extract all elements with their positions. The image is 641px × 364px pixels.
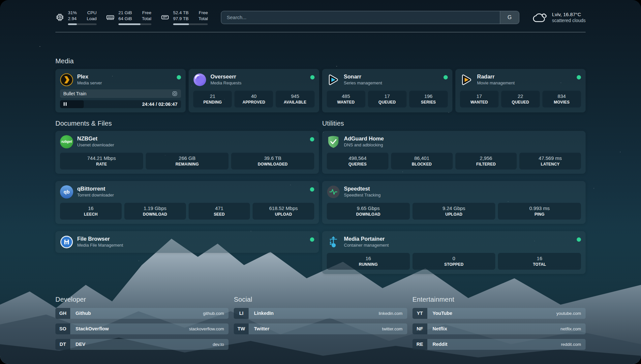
bookmark-reddit[interactable]: RE Reddit reddit.com — [412, 339, 586, 350]
header-divider — [55, 32, 586, 32]
memory-widget: 21 GiB 64 GiB Free Total — [106, 10, 151, 25]
stat-label: AVAILABLE — [277, 100, 313, 105]
section-title-media: Media — [55, 57, 586, 65]
stat-tile: 9.65 Gbps DOWNLOAD — [327, 203, 410, 220]
plex-card-header[interactable]: Plex Media server — [60, 73, 181, 86]
stat-label: DOWNLOAD — [328, 212, 409, 217]
resource-widgets: 31% 2.94 CPU Load — [55, 10, 208, 25]
stat-tile: 39.6 TB DOWNLOADED — [231, 153, 314, 169]
bookmark-netflix[interactable]: NF Netflix netflix.com — [412, 323, 586, 334]
service-title: AdGuard Home — [344, 136, 384, 142]
stat-tile: 16 TOTAL — [498, 253, 581, 270]
memory-total-label: Total — [142, 16, 151, 22]
bookmark-name: Reddit — [433, 342, 447, 347]
stat-tile: 2,956 FILTERED — [455, 153, 517, 169]
bookmark-twitter[interactable]: TW Twitter twitter.com — [234, 323, 407, 334]
stat-tile: 9.24 Gbps UPLOAD — [412, 203, 496, 220]
dashboard-screen: 31% 2.94 CPU Load — [0, 0, 641, 364]
status-dot — [310, 237, 314, 242]
bookmark-abbr: LI — [234, 308, 249, 319]
stat-label: SERIES — [411, 100, 446, 105]
qbittorrent-card-header[interactable]: qb qBittorrent Torrent downloader — [60, 185, 314, 198]
memory-free-value: 21 GiB — [118, 10, 132, 16]
bookmark-abbr: RE — [412, 339, 427, 350]
status-dot — [310, 187, 314, 192]
bookmark-github[interactable]: GH Github github.com — [55, 308, 229, 319]
status-dot — [443, 75, 448, 79]
portainer-card: Media Portainer Container management 16 … — [322, 231, 586, 274]
stat-label: APPROVED — [236, 100, 272, 105]
stat-label: WANTED — [328, 100, 364, 105]
status-dot — [577, 237, 581, 242]
bookmark-url: linkedin.com — [379, 311, 402, 316]
stat-label: QUEUED — [503, 100, 538, 105]
radarr-icon — [460, 73, 473, 86]
stat-label: WANTED — [461, 100, 497, 105]
radarr-card-header[interactable]: Radarr Movie management — [460, 73, 581, 86]
bookmark-url: github.com — [203, 311, 224, 316]
sonarr-card-header[interactable]: Sonarr Series management — [327, 73, 448, 86]
cpu-load-label: Load — [87, 16, 97, 22]
media-card-grid: Plex Media server Bullet Train — [55, 69, 586, 112]
bookmark-name: Netflix — [433, 326, 447, 331]
cpu-widget: 31% 2.94 CPU Load — [55, 10, 97, 25]
search-input[interactable] — [221, 11, 500, 24]
sonarr-icon — [327, 73, 340, 86]
disk-total-value: 97.9 TB — [173, 16, 189, 22]
bookmark-name: LinkedIn — [254, 311, 274, 316]
nzbget-card: nzbget NZBGet Usenet downloader 744.21 M… — [55, 131, 319, 174]
bookmark-stackoverflow[interactable]: SO StackOverflow stackoverflow.com — [55, 323, 229, 334]
bookmark-linkedin[interactable]: LI LinkedIn linkedin.com — [234, 308, 407, 319]
speedtest-card-header[interactable]: Speedtest Speedtest Tracking — [327, 185, 581, 198]
stat-label: DOWNLOADED — [232, 162, 313, 167]
filebrowser-card-header[interactable]: File Browser Media File Management — [60, 235, 314, 249]
stat-value: 498,564 — [328, 155, 387, 161]
bookmark-youtube[interactable]: YT YouTube youtube.com — [412, 308, 586, 319]
stat-label: SEED — [190, 212, 249, 217]
section-title-social: Social — [234, 296, 407, 303]
bookmark-abbr: NF — [412, 323, 427, 334]
stat-label: BLOCKED — [392, 162, 451, 167]
portainer-card-header[interactable]: Media Portainer Container management — [327, 235, 581, 249]
stat-tile: 40 APPROVED — [234, 91, 273, 107]
adguard-card-header[interactable]: AdGuard Home DNS and adblocking — [327, 135, 581, 148]
stat-value: 9.65 Gbps — [328, 205, 409, 211]
speedtest-icon — [327, 185, 340, 198]
service-subtitle: Movie management — [477, 80, 515, 85]
stat-value: 40 — [236, 93, 272, 99]
stat-value: 0 — [414, 256, 494, 261]
bookmark-dev[interactable]: DT DEV dev.to — [55, 339, 229, 350]
section-title-developer: Developer — [55, 296, 229, 303]
stat-label: DOWNLOAD — [126, 212, 185, 217]
overseerr-icon — [193, 73, 206, 86]
memory-progress — [118, 23, 151, 25]
top-bar: 31% 2.94 CPU Load — [55, 0, 586, 25]
stat-tile: 945 AVAILABLE — [276, 91, 314, 107]
service-subtitle: Container management — [344, 243, 389, 248]
service-subtitle: Speedtest Tracking — [344, 193, 381, 197]
stat-tile: 86,401 BLOCKED — [391, 153, 453, 169]
stat-label: RATE — [61, 162, 142, 167]
disk-widget: 52.4 TB 97.9 TB Free Total — [161, 10, 208, 25]
stat-tile: 21 PENDING — [193, 91, 232, 107]
service-subtitle: Media Requests — [210, 80, 241, 85]
stat-tile: 498,564 QUERIES — [327, 153, 388, 169]
bookmark-abbr: GH — [55, 308, 70, 319]
search-provider-button[interactable]: G — [500, 11, 519, 24]
stat-value: 16 — [61, 205, 120, 211]
service-title: Sonarr — [344, 74, 382, 80]
stat-label: LEECH — [61, 212, 120, 217]
service-subtitle: Media server — [77, 80, 102, 85]
stat-label: RUNNING — [328, 262, 409, 267]
stat-value: 266 GB — [147, 155, 228, 161]
stat-value: 17 — [369, 93, 405, 99]
nzbget-card-header[interactable]: nzbget NZBGet Usenet downloader — [60, 135, 314, 148]
search-bar[interactable]: G — [221, 11, 519, 24]
service-subtitle: Series management — [344, 80, 382, 85]
cpu-load-value: 2.94 — [68, 16, 77, 22]
portainer-icon — [327, 235, 340, 249]
stat-label: TOTAL — [499, 262, 580, 267]
stat-label: PING — [499, 212, 580, 217]
overseerr-card-header[interactable]: Overseerr Media Requests — [193, 73, 314, 86]
disk-progress — [173, 23, 208, 25]
